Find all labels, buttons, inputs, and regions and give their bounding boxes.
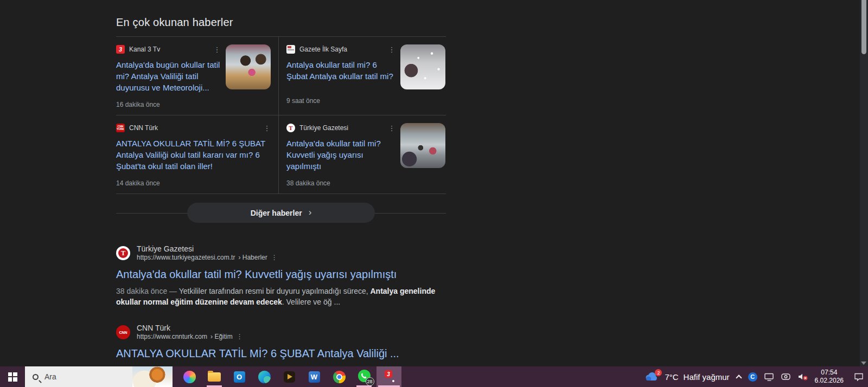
- temperature-label: 7°C: [665, 372, 678, 382]
- news-card-title-link[interactable]: ANTALYA OKULLAR TATİL Mİ? 6 ŞUBAT Antaly…: [116, 138, 271, 172]
- news-card: Gazete İlk Sayfa ⋮ Antalya okullar tatil…: [279, 37, 445, 115]
- news-card-title-link[interactable]: Antalya okullar tatil mi? 6 Şubat Antaly…: [286, 59, 395, 82]
- kanal3-logo-icon: 3: [116, 45, 125, 54]
- chrome-icon: [333, 371, 346, 383]
- taskbar-app-outlook[interactable]: O: [227, 366, 252, 387]
- start-button[interactable]: [0, 366, 25, 387]
- whatsapp-unread-badge: 28: [366, 377, 374, 386]
- cnn-turk-logo-icon: CNN TÜRK: [116, 124, 125, 132]
- news-card-title-link[interactable]: Antalya'da bugün okullar tatil mi? Antal…: [116, 59, 221, 93]
- media-player-icon: [284, 371, 295, 383]
- taskbar-app-whatsapp[interactable]: 28: [352, 366, 376, 387]
- pinned-apps: O W 28 3: [177, 366, 401, 387]
- scroll-down-arrow-icon[interactable]: [861, 362, 866, 365]
- result-source-header[interactable]: CNN CNN Türk https://www.cnnturk.com › E…: [116, 324, 446, 341]
- kanal3-favicon-badge: 3: [385, 370, 392, 378]
- windows-logo-icon: [8, 372, 17, 382]
- search-highlight-image[interactable]: [132, 366, 173, 387]
- taskbar-app-file-explorer[interactable]: [202, 366, 227, 387]
- card-source-name: Gazete İlk Sayfa: [299, 46, 384, 53]
- card-source-name: CNN Türk: [129, 124, 259, 132]
- more-options-icon[interactable]: ⋮: [263, 124, 271, 132]
- news-card: CNN TÜRK CNN Türk ⋮ ANTALYA OKULLAR TATİ…: [116, 115, 279, 194]
- search-placeholder: Ara: [44, 372, 56, 381]
- tray-overflow-chevron-icon[interactable]: [736, 375, 742, 380]
- screen-cast-icon[interactable]: [781, 372, 790, 381]
- more-options-icon[interactable]: ⋮: [213, 46, 221, 54]
- news-card-row: 3 Kanal 3 Tv ⋮ Antalya'da bugün okullar …: [116, 37, 446, 115]
- news-thumbnail-snow[interactable]: [400, 44, 445, 89]
- card-source-name: Türkiye Gazetesi: [299, 124, 384, 132]
- card-timestamp: 38 dakika önce: [286, 179, 445, 187]
- result-breadcrumb: › Eğitim: [210, 333, 233, 341]
- taskbar-app-edge[interactable]: [252, 366, 277, 387]
- taskbar-app-chrome[interactable]: [327, 366, 352, 387]
- outlook-icon: O: [234, 371, 245, 383]
- word-icon: W: [309, 371, 320, 383]
- cnn-turk-favicon: CNN: [116, 325, 130, 339]
- taskbar-app-word[interactable]: W: [302, 366, 327, 387]
- result-url: https://www.cnnturk.com: [137, 333, 207, 341]
- weather-alert-badge: 2: [655, 369, 662, 376]
- turkiye-gazetesi-logo-icon: T: [286, 124, 295, 132]
- card-timestamp: 9 saat önce: [286, 97, 445, 105]
- tray-app-icon[interactable]: C: [748, 372, 757, 382]
- network-display-icon[interactable]: [764, 372, 774, 381]
- news-card: T Türkiye Gazetesi ⋮ Antalya'da okullar …: [279, 115, 445, 194]
- taskbar-app-kanal3-browser[interactable]: 3: [376, 366, 401, 387]
- chevron-right-icon: ›: [309, 207, 312, 218]
- gazete-ilk-sayfa-logo-icon: [286, 45, 295, 54]
- scrollbar-track[interactable]: [860, 0, 868, 366]
- file-explorer-icon: [208, 372, 221, 382]
- clock-time: 07:54: [815, 369, 844, 377]
- turkiye-gazetesi-favicon: T: [116, 246, 130, 260]
- more-options-icon[interactable]: ⋮: [388, 46, 395, 54]
- card-timestamp: 16 dakika önce: [116, 101, 271, 108]
- copilot-icon: [183, 371, 196, 383]
- result-title-link[interactable]: Antalya'da okullar tatil mi? Kuvvetli ya…: [116, 268, 446, 281]
- result-url: https://www.turkiyegazetesi.com.tr: [137, 254, 235, 262]
- windows-taskbar: Ara O W 28 3: [0, 366, 868, 387]
- result-source-name: CNN Türk: [137, 324, 244, 333]
- search-results-page: En çok okunan haberler 3 Kanal 3 Tv ⋮ An…: [116, 0, 446, 387]
- result-snippet: 38 dakika önce — Yetkililer tarafından r…: [116, 286, 448, 307]
- notification-center-icon[interactable]: [854, 372, 864, 381]
- news-thumbnail-classroom[interactable]: [226, 44, 271, 89]
- taskbar-app-media-player[interactable]: [277, 366, 302, 387]
- news-section-title: En çok okunan haberler: [116, 16, 446, 29]
- weather-condition-label: Hafif yağmur: [684, 372, 730, 382]
- news-card: 3 Kanal 3 Tv ⋮ Antalya'da bugün okullar …: [116, 37, 279, 115]
- scrollbar-thumb[interactable]: [861, 0, 866, 54]
- search-result: T Türkiye Gazetesi https://www.turkiyega…: [116, 244, 446, 307]
- card-timestamp: 14 dakika önce: [116, 179, 271, 187]
- weather-widget[interactable]: 2 7°C Hafif yağmur: [645, 371, 729, 382]
- taskbar-app-copilot[interactable]: [177, 366, 202, 387]
- more-options-icon[interactable]: ⋮: [271, 254, 278, 262]
- system-tray: 2 7°C Hafif yağmur C 07:54 6.02.2026: [645, 366, 868, 387]
- result-source-name: Türkiye Gazetesi: [137, 244, 278, 254]
- edge-icon: [258, 371, 271, 383]
- volume-muted-icon[interactable]: [797, 372, 808, 381]
- clock-date: 6.02.2026: [815, 377, 844, 385]
- more-news-section: Diğer haberler ›: [116, 203, 446, 223]
- result-source-header[interactable]: T Türkiye Gazetesi https://www.turkiyega…: [116, 244, 446, 262]
- more-news-button[interactable]: Diğer haberler ›: [187, 203, 375, 223]
- card-source-name: Kanal 3 Tv: [129, 46, 209, 53]
- more-news-label: Diğer haberler: [251, 209, 302, 217]
- more-options-icon[interactable]: ⋮: [388, 124, 395, 132]
- news-card-title-link[interactable]: Antalya'da okullar tatil mi? Kuvvetli ya…: [286, 138, 395, 172]
- result-title-link[interactable]: ANTALYA OKULLAR TATİL Mİ? 6 ŞUBAT Antaly…: [116, 347, 446, 360]
- result-breadcrumb: › Haberler: [238, 254, 267, 262]
- clock-widget[interactable]: 07:54 6.02.2026: [815, 369, 844, 385]
- more-options-icon[interactable]: ⋮: [236, 333, 244, 341]
- search-icon: [33, 374, 39, 380]
- news-thumbnail-classroom2[interactable]: [400, 123, 445, 168]
- taskbar-search-input[interactable]: Ara: [25, 366, 173, 387]
- organic-results: T Türkiye Gazetesi https://www.turkiyega…: [116, 244, 446, 386]
- news-card-row: CNN TÜRK CNN Türk ⋮ ANTALYA OKULLAR TATİ…: [116, 115, 446, 194]
